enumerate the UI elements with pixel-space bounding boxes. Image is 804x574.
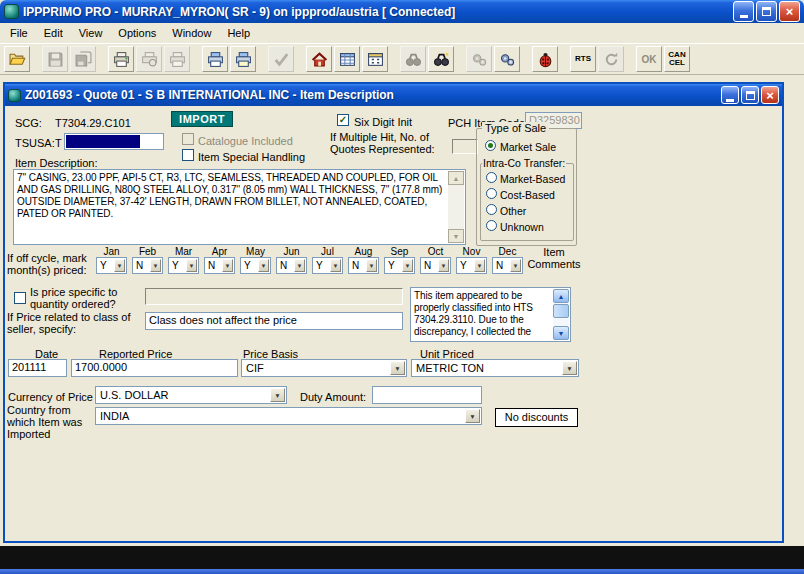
child-close-button[interactable]: × bbox=[761, 86, 779, 104]
scroll-up-icon[interactable]: ▲ bbox=[553, 289, 569, 303]
menu-window[interactable]: Window bbox=[164, 24, 219, 42]
menu-view[interactable]: View bbox=[71, 24, 111, 42]
month-jun-combobox[interactable]: N▼ bbox=[276, 257, 307, 274]
dropdown-arrow-icon[interactable]: ▼ bbox=[510, 259, 521, 272]
dropdown-arrow-icon[interactable]: ▼ bbox=[270, 388, 285, 402]
item-comments-box[interactable]: This item appeared to be properly classi… bbox=[410, 287, 571, 342]
dropdown-arrow-icon[interactable]: ▼ bbox=[222, 259, 233, 272]
unit-priced-combobox[interactable]: METRIC TON ▼ bbox=[411, 359, 579, 377]
scrollbar-thumb[interactable] bbox=[553, 304, 569, 318]
date-field[interactable]: 201111 bbox=[8, 359, 67, 377]
import-button[interactable]: IMPORT bbox=[171, 111, 233, 127]
tsusa-field[interactable] bbox=[64, 133, 164, 150]
cancel-button[interactable]: CANCEL bbox=[664, 46, 690, 72]
month-nov-combobox[interactable]: Y▼ bbox=[456, 257, 487, 274]
dropdown-arrow-icon[interactable]: ▼ bbox=[366, 259, 377, 272]
close-button[interactable]: × bbox=[779, 1, 800, 22]
other-radio[interactable] bbox=[486, 204, 497, 215]
price-basis-combobox[interactable]: CIF ▼ bbox=[241, 359, 407, 377]
home-button[interactable] bbox=[306, 46, 332, 72]
dropdown-arrow-icon[interactable]: ▼ bbox=[562, 361, 577, 375]
print-report-button[interactable] bbox=[202, 46, 228, 72]
month-feb-combobox[interactable]: N▼ bbox=[132, 257, 163, 274]
schedule-button[interactable] bbox=[362, 46, 388, 72]
intra-co-transfer-legend: Intra-Co Transfer: bbox=[482, 157, 566, 169]
month-header-mar: Mar bbox=[168, 246, 199, 257]
data-grid-button[interactable] bbox=[334, 46, 360, 72]
catalogue-included-checkbox[interactable] bbox=[182, 133, 194, 145]
dropdown-arrow-icon[interactable]: ▼ bbox=[390, 361, 405, 375]
save-button[interactable] bbox=[42, 46, 68, 72]
month-aug-combobox[interactable]: N▼ bbox=[348, 257, 379, 274]
dropdown-arrow-icon[interactable]: ▼ bbox=[150, 259, 161, 272]
month-jul-combobox[interactable]: Y▼ bbox=[312, 257, 343, 274]
menu-help[interactable]: Help bbox=[219, 24, 258, 42]
market-sale-radio[interactable] bbox=[485, 140, 496, 151]
comments-scrollbar[interactable]: ▲ ▼ bbox=[553, 289, 569, 340]
month-jan-combobox[interactable]: Y▼ bbox=[96, 257, 127, 274]
find-button[interactable] bbox=[400, 46, 426, 72]
unknown-radio[interactable] bbox=[486, 220, 497, 231]
month-header-oct: Oct bbox=[420, 246, 451, 257]
grid-icon bbox=[339, 51, 356, 68]
rts-button[interactable]: RTS bbox=[570, 46, 596, 72]
bug-button[interactable] bbox=[532, 46, 558, 72]
print-batch-button[interactable] bbox=[230, 46, 256, 72]
currency-combobox[interactable]: U.S. DOLLAR ▼ bbox=[95, 386, 287, 404]
month-may-combobox[interactable]: Y▼ bbox=[240, 257, 271, 274]
six-digit-init-checkbox[interactable] bbox=[337, 114, 349, 126]
menu-file[interactable]: File bbox=[2, 24, 36, 42]
open-folder-icon bbox=[9, 51, 26, 68]
find-next-button[interactable] bbox=[428, 46, 454, 72]
dropdown-arrow-icon[interactable]: ▼ bbox=[465, 409, 480, 423]
month-header-feb: Feb bbox=[132, 246, 163, 257]
reported-price-field[interactable]: 1700.0000 bbox=[71, 359, 238, 377]
scroll-up-icon[interactable]: ▲ bbox=[448, 171, 464, 185]
dropdown-arrow-icon[interactable]: ▼ bbox=[402, 259, 413, 272]
validate-button[interactable] bbox=[268, 46, 294, 72]
no-discounts-button[interactable]: No discounts bbox=[495, 408, 578, 427]
month-dec-combobox[interactable]: N▼ bbox=[492, 257, 523, 274]
duty-amount-field[interactable] bbox=[372, 386, 482, 404]
save-all-button[interactable] bbox=[70, 46, 96, 72]
price-specific-checkbox[interactable] bbox=[14, 292, 26, 304]
print-preview-button[interactable] bbox=[136, 46, 162, 72]
process-button[interactable] bbox=[466, 46, 492, 72]
item-special-handling-checkbox[interactable] bbox=[182, 149, 194, 161]
print-button[interactable] bbox=[108, 46, 134, 72]
scroll-down-icon[interactable]: ▼ bbox=[553, 326, 569, 340]
month-oct-combobox[interactable]: N▼ bbox=[420, 257, 451, 274]
cost-based-radio[interactable] bbox=[486, 188, 497, 199]
menu-options[interactable]: Options bbox=[110, 24, 164, 42]
dropdown-arrow-icon[interactable]: ▼ bbox=[294, 259, 305, 272]
month-sep-combobox[interactable]: Y▼ bbox=[384, 257, 415, 274]
minimize-button[interactable] bbox=[733, 1, 754, 22]
dropdown-arrow-icon[interactable]: ▼ bbox=[258, 259, 269, 272]
dropdown-arrow-icon[interactable]: ▼ bbox=[438, 259, 449, 272]
month-mar-combobox[interactable]: Y▼ bbox=[168, 257, 199, 274]
child-minimize-button[interactable] bbox=[721, 86, 739, 104]
item-description-textarea[interactable]: 7'' CASING, 23.00 PPF, API-5 CT, R3, LTC… bbox=[13, 169, 466, 245]
description-scrollbar[interactable]: ▲ ▼ bbox=[448, 171, 464, 243]
print-setup-button[interactable] bbox=[164, 46, 190, 72]
class-seller-field[interactable]: Class does not affect the price bbox=[145, 312, 403, 330]
ok-button[interactable]: OK bbox=[636, 46, 662, 72]
child-maximize-button[interactable] bbox=[741, 86, 759, 104]
country-combobox[interactable]: INDIA ▼ bbox=[95, 407, 482, 425]
dropdown-arrow-icon[interactable]: ▼ bbox=[330, 259, 341, 272]
multiple-hit-field[interactable] bbox=[452, 139, 478, 154]
price-specific-field[interactable] bbox=[145, 288, 403, 305]
dropdown-arrow-icon[interactable]: ▼ bbox=[114, 259, 125, 272]
scg-label: SCG: bbox=[15, 117, 42, 129]
open-folder-button[interactable] bbox=[4, 46, 30, 72]
market-based-radio[interactable] bbox=[486, 172, 497, 183]
dropdown-arrow-icon[interactable]: ▼ bbox=[474, 259, 485, 272]
month-apr-combobox[interactable]: N▼ bbox=[204, 257, 235, 274]
dropdown-arrow-icon[interactable]: ▼ bbox=[186, 259, 197, 272]
refresh-button[interactable] bbox=[598, 46, 624, 72]
other-label: Other bbox=[500, 205, 526, 217]
scroll-down-icon[interactable]: ▼ bbox=[448, 229, 464, 243]
maximize-button[interactable] bbox=[756, 1, 777, 22]
menu-edit[interactable]: Edit bbox=[36, 24, 71, 42]
process-all-button[interactable] bbox=[494, 46, 520, 72]
